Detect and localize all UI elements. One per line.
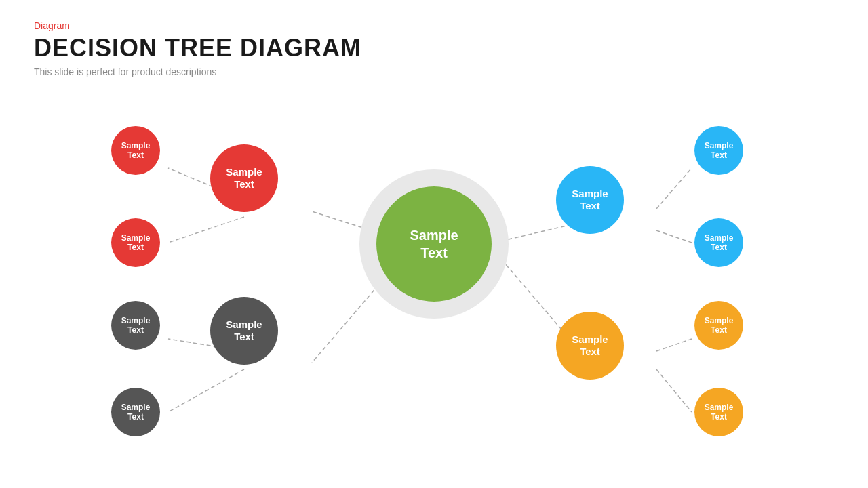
red-small-node-2: SampleText — [111, 218, 160, 267]
svg-line-5 — [168, 217, 244, 243]
orange-small-node-2: SampleText — [694, 388, 743, 436]
svg-line-11 — [656, 369, 692, 412]
svg-line-10 — [656, 339, 692, 351]
blue-small-node-2: SampleText — [694, 218, 743, 267]
center-node: SampleText — [376, 186, 492, 302]
page-title: DECISION TREE DIAGRAM — [34, 34, 361, 62]
orange-small-node-1: SampleText — [694, 301, 743, 350]
header-section: Diagram DECISION TREE DIAGRAM This slide… — [34, 20, 361, 77]
svg-line-8 — [656, 168, 692, 209]
red-small-node-1: SampleText — [111, 126, 160, 175]
center-ring: SampleText — [359, 169, 509, 319]
svg-line-9 — [656, 230, 692, 243]
dark-medium-node: SampleText — [210, 297, 278, 365]
red-medium-node: SampleText — [210, 144, 278, 212]
orange-medium-node: SampleText — [556, 312, 624, 380]
header-label: Diagram — [34, 20, 361, 31]
svg-line-7 — [168, 369, 244, 412]
blue-medium-node: SampleText — [556, 166, 624, 234]
dark-small-node-2: SampleText — [111, 388, 160, 436]
dark-small-node-1: SampleText — [111, 301, 160, 350]
page-subtitle: This slide is perfect for product descri… — [34, 66, 361, 77]
blue-small-node-1: SampleText — [694, 126, 743, 175]
